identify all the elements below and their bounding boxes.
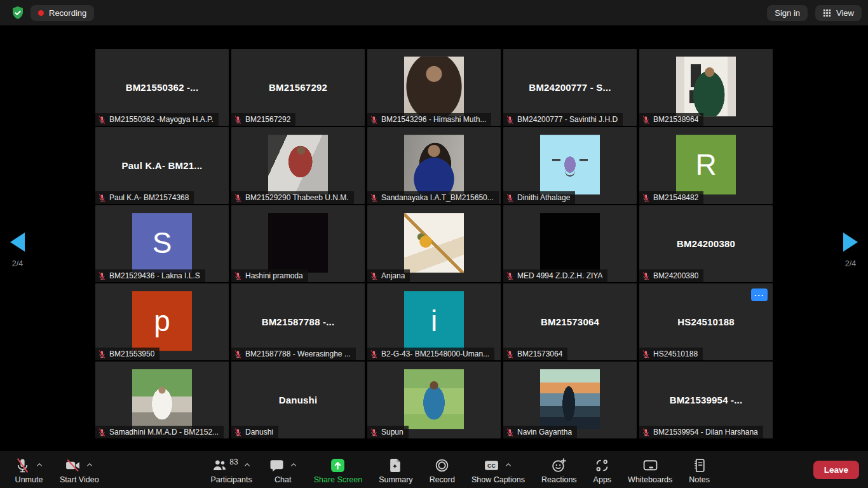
participant-tile[interactable]: BM21587788 -...BM21587788 - Weerasinghe …	[231, 283, 365, 360]
toolbar-button-start-video[interactable]: Start Video	[51, 454, 107, 485]
participant-tile[interactable]: Paul K.A- BM21...Paul K.A- BM21574368	[95, 127, 229, 204]
mic-off-icon	[642, 194, 650, 202]
next-page-button[interactable]	[843, 233, 858, 252]
toolbar-button-unmute[interactable]: Unmute	[6, 454, 51, 485]
participant-tile[interactable]: BM24200380BM24200380	[639, 205, 773, 282]
participant-tile[interactable]: Dinithi Athalage	[503, 127, 637, 204]
chevron-up-icon[interactable]	[243, 461, 251, 469]
meeting-toolbar: UnmuteStart Video 83ParticipantsChatShar…	[0, 451, 868, 488]
participant-nameplate: Anjana	[367, 269, 410, 282]
participant-tile[interactable]: MED 4994 Z.D.Z.H. ZIYA	[503, 205, 637, 282]
security-shield-icon[interactable]	[10, 5, 25, 20]
sign-in-button[interactable]: Sign in	[767, 5, 808, 21]
page-nav-left: 2/4	[10, 233, 25, 268]
participants-icon	[212, 458, 227, 473]
toolbar-label: Summary	[379, 475, 412, 484]
toolbar-button-whiteboards[interactable]: Whiteboards	[620, 454, 681, 485]
chevron-up-icon[interactable]	[86, 461, 93, 469]
participant-tile[interactable]: Anjana	[367, 205, 501, 282]
toolbar-button-summary[interactable]: Summary	[370, 454, 421, 485]
participant-name: Sandanayaka I.A.T_BM215650...	[381, 193, 494, 202]
mic-off-icon	[98, 428, 106, 437]
participant-nameplate: BM24200777 - Savinthi J.H.D	[503, 113, 623, 126]
participant-name: BM21538964	[653, 115, 698, 124]
toolbar-label: Share Screen	[314, 475, 362, 484]
chat-icon	[269, 458, 285, 473]
participant-tile[interactable]: BM21529290 Thabeeb U.N.M.	[231, 127, 365, 204]
participant-name: BM21550362 -Mayogya H.A.P.	[109, 115, 214, 124]
mic-off-icon	[98, 350, 106, 358]
toolbar-label: Unmute	[15, 475, 43, 484]
participant-photo	[132, 369, 192, 429]
mic-off-icon	[234, 272, 242, 280]
participant-tile[interactable]: BM21538964	[639, 49, 773, 126]
participant-nameplate: BM21587788 - Weerasinghe ...	[231, 348, 356, 360]
participant-nameplate: HS24510188	[639, 348, 703, 360]
participant-name: Anjana	[381, 271, 405, 280]
participant-nameplate: Danushi	[231, 426, 278, 438]
participant-tile[interactable]: Samadhini M.M.A.D - BM2152...	[95, 362, 229, 438]
participant-tile[interactable]: RBM21548482	[639, 127, 773, 204]
participant-tile[interactable]: BM21543296 - Himashi Muth...	[367, 49, 501, 126]
toolbar-button-participants[interactable]: 83Participants	[202, 454, 260, 485]
recording-label: Recording	[49, 8, 86, 18]
participant-tile[interactable]: Supun	[367, 362, 501, 438]
participant-tile[interactable]: HS24510188···HS24510188	[639, 283, 773, 360]
participant-tile[interactable]: DanushiDanushi	[231, 362, 365, 438]
participants-count: 83	[229, 458, 238, 466]
recording-indicator[interactable]: Recording	[31, 5, 94, 21]
participant-name: BM21548482	[653, 193, 698, 202]
participant-tile[interactable]: pBM21553950	[95, 283, 229, 360]
mic-off-icon	[370, 428, 378, 437]
prev-page-button[interactable]	[10, 233, 25, 252]
toolbar-button-notes[interactable]: Notes	[681, 454, 718, 485]
participant-name: B2-G-43- BM21548000-Uman...	[381, 349, 489, 358]
participant-name: Paul K.A- BM21574368	[109, 193, 189, 202]
toolbar-label: Whiteboards	[628, 475, 672, 484]
chevron-up-icon[interactable]	[290, 461, 297, 469]
participant-photo	[540, 369, 600, 429]
participant-name: BM21543296 - Himashi Muth...	[381, 115, 486, 124]
participant-photo	[404, 213, 464, 273]
toolbar-label: Participants	[210, 475, 252, 484]
participant-tile[interactable]: BM21573064BM21573064	[503, 283, 637, 360]
participant-tile[interactable]: Hashini pramoda	[231, 205, 365, 282]
chevron-up-icon[interactable]	[36, 461, 43, 469]
view-button[interactable]: View	[815, 5, 862, 21]
mic-off-icon	[642, 272, 650, 280]
participant-tile[interactable]: BM24200777 - S...BM24200777 - Savinthi J…	[503, 49, 637, 126]
toolbar-button-show-captions[interactable]: CCShow Captions	[463, 454, 533, 485]
recording-dot-icon	[38, 10, 44, 16]
mic-off-icon	[642, 116, 650, 124]
participant-tile[interactable]: BM21539954 -...BM21539954 - Dilan Harsha…	[639, 362, 773, 438]
mic-off-icon	[370, 116, 378, 124]
toolbar-button-reactions[interactable]: Reactions	[533, 454, 585, 485]
participant-name: BM21553950	[109, 349, 154, 358]
participant-tile[interactable]: Navin Gayantha	[503, 362, 637, 438]
toolbar-button-apps[interactable]: Apps	[585, 454, 620, 485]
participant-more-button[interactable]: ···	[751, 288, 768, 301]
chevron-up-icon[interactable]	[505, 461, 512, 469]
participant-nameplate: Hashini pramoda	[231, 269, 308, 282]
mic-off-icon	[370, 350, 378, 358]
participant-nameplate: B2-G-43- BM21548000-Uman...	[367, 348, 494, 360]
toolbar-label: Chat	[275, 475, 291, 484]
participant-tile[interactable]: SBM21529436 - Lakna I.L.S	[95, 205, 229, 282]
participant-tile[interactable]: iB2-G-43- BM21548000-Uman...	[367, 283, 501, 360]
participant-name: Navin Gayantha	[517, 428, 572, 437]
leave-button[interactable]: Leave	[813, 461, 859, 479]
page-nav-right: 2/4	[843, 233, 858, 268]
participant-photo	[268, 213, 328, 273]
participant-tile[interactable]: Sandanayaka I.A.T_BM215650...	[367, 127, 501, 204]
mic-off-icon	[234, 428, 242, 437]
participant-photo	[268, 135, 328, 194]
participant-nameplate: Samadhini M.M.A.D - BM2152...	[95, 426, 224, 438]
toolbar-button-chat[interactable]: Chat	[261, 454, 306, 485]
participant-name: BM24200380	[653, 271, 698, 280]
participant-tile[interactable]: BM21550362 -...BM21550362 -Mayogya H.A.P…	[95, 49, 229, 126]
participant-name: BM21529290 Thabeeb U.N.M.	[245, 193, 349, 202]
participant-name: BM21567292	[245, 115, 290, 124]
toolbar-button-record[interactable]: Record	[421, 454, 463, 485]
toolbar-button-share-screen[interactable]: Share Screen	[306, 454, 370, 485]
participant-tile[interactable]: BM21567292BM21567292	[231, 49, 365, 126]
